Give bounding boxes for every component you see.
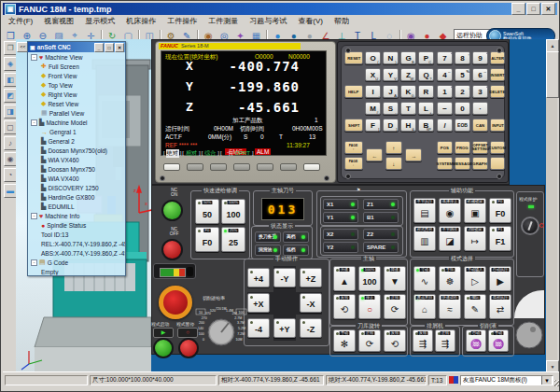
key-switch[interactable] bbox=[521, 217, 539, 235]
sidebar-item-absx400774y199860z45[interactable]: ABS:X-400.774,Y-199.860,Z -45. bbox=[28, 248, 125, 258]
machine-lock-button[interactable]: 机械锁定▣ bbox=[464, 198, 486, 223]
rapid-100-button[interactable]: 100%100 bbox=[221, 199, 245, 224]
key-blank[interactable]: / bbox=[437, 119, 453, 132]
orbit-icon[interactable]: ◔ bbox=[4, 168, 17, 182]
spindle-stop-button[interactable]: 停止○ bbox=[358, 294, 381, 319]
jog-y-button[interactable]: +Y bbox=[273, 318, 296, 338]
key-d[interactable]: D] bbox=[383, 119, 399, 132]
key-h[interactable]: H& bbox=[400, 119, 416, 132]
key-f[interactable]: F[ bbox=[365, 119, 381, 132]
key-g[interactable]: GE bbox=[400, 51, 416, 64]
menu-blank[interactable]: 习题与考试 bbox=[244, 16, 292, 26]
tree-close-button[interactable]: ✕ bbox=[115, 43, 124, 52]
handle-mode-button[interactable]: 手轮☸ bbox=[439, 266, 461, 291]
sidebar-item-spindlestatus[interactable]: ●Spindle Status bbox=[28, 220, 125, 230]
jog-4-button[interactable]: -4 bbox=[247, 318, 270, 338]
sidebar-item-relx400774y199860z45[interactable]: REL:X-400.774,Y-199.860,Z -45. bbox=[28, 239, 125, 248]
key-j[interactable]: JA bbox=[383, 85, 399, 98]
minimize-button[interactable]: _ bbox=[511, 3, 525, 15]
key-blank[interactable]: · bbox=[472, 102, 488, 115]
key-p[interactable]: PC bbox=[418, 51, 434, 64]
sidebar-item-toolid13[interactable]: Tool ID:13 bbox=[28, 230, 125, 239]
tree-expand-icon[interactable]: - bbox=[31, 119, 37, 126]
key-graph[interactable]: GRAPH bbox=[472, 157, 488, 170]
key-reset[interactable]: RESET bbox=[344, 51, 363, 64]
tree-expand-icon[interactable]: - bbox=[31, 259, 37, 266]
key-message[interactable]: MESSAGE bbox=[455, 157, 470, 170]
softkey-button-3[interactable] bbox=[210, 163, 227, 171]
tree-maximize-button[interactable]: □ bbox=[105, 43, 114, 52]
axis-led-spare[interactable]: SPARE bbox=[363, 242, 399, 253]
sidebar-item-parallelview[interactable]: ▦Parallel View bbox=[28, 108, 125, 118]
softkey-button-2[interactable] bbox=[187, 163, 203, 171]
key-input[interactable]: INPUT bbox=[490, 119, 505, 132]
magazine-ccw-button[interactable]: 反转⟲ bbox=[384, 329, 406, 352]
tree-title-bar[interactable]: ▣ anSoft CNC _□✕ bbox=[28, 42, 125, 52]
sidebar-item-general2[interactable]: ▙General 2 bbox=[28, 136, 125, 146]
rapid-50-button[interactable]: 50%50 bbox=[195, 199, 219, 224]
key-l[interactable]: L+ bbox=[418, 102, 434, 115]
iso-view-icon[interactable]: ◈ bbox=[4, 57, 17, 71]
key-system[interactable]: SYSTEM bbox=[437, 157, 453, 170]
sidebar-item-doosanmynx750old[interactable]: ▙Doosan Mynx750(old) bbox=[28, 146, 125, 155]
jog-z-button[interactable]: +Z bbox=[300, 268, 322, 287]
handwheel[interactable] bbox=[512, 279, 546, 357]
single-block-button[interactable]: 单节执行▤ bbox=[413, 198, 436, 223]
cursor-down-key[interactable]: ↓ bbox=[385, 157, 402, 170]
scroll-thumb[interactable] bbox=[546, 51, 559, 98]
sidebar-item-edumill[interactable]: ▙EDUMILL bbox=[28, 202, 125, 211]
page-down-key[interactable]: PAGE ↓ bbox=[344, 157, 363, 170]
maximize-button[interactable]: □ bbox=[526, 3, 540, 15]
sidebar-item-fullscreen[interactable]: ✚Full Screen bbox=[28, 62, 125, 71]
jog-y-button[interactable]: -Y bbox=[273, 268, 296, 287]
key-help[interactable]: HELP bbox=[344, 85, 363, 98]
softkey-button-5[interactable] bbox=[257, 163, 273, 171]
menu-blank[interactable]: 机床操作 bbox=[120, 16, 161, 26]
sidebar-item-wiavx400[interactable]: ▙WIA VX400 bbox=[28, 174, 125, 183]
camera-icon[interactable]: ◉ bbox=[4, 152, 17, 166]
nc-on-button[interactable] bbox=[161, 200, 183, 221]
key-delete[interactable]: DELETE bbox=[490, 85, 505, 98]
feed-override-dial[interactable]: 01001402002703705207201M1.4M2M2.7M3.7M5.… bbox=[195, 301, 247, 356]
scroll-up-button[interactable]: ▲ bbox=[546, 39, 559, 52]
cursor-right-key[interactable]: → bbox=[405, 148, 422, 161]
key-prog[interactable]: PROG bbox=[455, 141, 470, 154]
f1-button[interactable]: F1F1 bbox=[489, 226, 511, 251]
vertical-scrollbar[interactable]: ▲ ▼ bbox=[546, 39, 557, 371]
dnc-mode-button[interactable]: 远程执行⇄ bbox=[489, 294, 511, 319]
key-1[interactable]: 1′ bbox=[437, 85, 453, 98]
key-k[interactable]: K⊙ bbox=[400, 85, 416, 98]
panel-select-combo[interactable]: 友嘉FANUC 18M面板(I) ▼ bbox=[460, 375, 553, 385]
axis-led-y1[interactable]: Y1 bbox=[323, 212, 358, 223]
sidebar-item-gcode[interactable]: -▤G Code bbox=[28, 258, 125, 267]
cursor-left-key[interactable]: ← bbox=[366, 148, 383, 161]
key-custom[interactable]: CUSTOM bbox=[490, 141, 505, 154]
sidebar-item-discovery1250[interactable]: ▙DISCOVERY 1250 bbox=[28, 183, 125, 192]
key-alter[interactable]: ALTER bbox=[490, 51, 505, 64]
softkey-button-6[interactable] bbox=[280, 163, 297, 171]
chip-reverse-button[interactable]: 反转⇶ bbox=[413, 329, 433, 352]
sidebar-item-empty[interactable]: Empty bbox=[28, 267, 125, 275]
panel-icon[interactable]: ▬ bbox=[4, 184, 17, 198]
auto-mode-button[interactable]: 自动执行▶ bbox=[489, 266, 511, 291]
magazine-manual-button[interactable]: 手动✻ bbox=[333, 329, 356, 352]
tree-expand-icon[interactable]: - bbox=[31, 54, 37, 61]
sidebar-item-wiavx460[interactable]: ▙WIA VX460 bbox=[28, 155, 125, 164]
menu-f[interactable]: 文件(F) bbox=[3, 16, 38, 26]
emergency-stop-button[interactable] bbox=[159, 286, 192, 319]
sidebar-item-frontview[interactable]: ◆Front View bbox=[28, 71, 125, 80]
key-offsetsetting[interactable]: OFFSET SETTING bbox=[472, 141, 488, 154]
block-skip-button[interactable]: 单节跳过◪ bbox=[439, 226, 461, 251]
spindle-100-button[interactable]: 100%100 bbox=[358, 266, 381, 291]
rapid-f0-button[interactable]: F0F0 bbox=[195, 227, 219, 252]
z-axis-lock-button[interactable]: Z轴锁定↦ bbox=[464, 226, 486, 251]
sidebar-item-resetview[interactable]: ◆Reset View bbox=[28, 99, 125, 108]
axis-led-y2[interactable]: Y2 bbox=[323, 242, 358, 253]
sidebar-item-doosanmynx750[interactable]: ▙Doosan Mynx750 bbox=[28, 164, 125, 174]
key-5[interactable]: 5% bbox=[455, 68, 470, 81]
top-view-icon[interactable]: ◩ bbox=[4, 89, 17, 103]
key-b[interactable]: BSP bbox=[418, 119, 434, 132]
program-restart-button[interactable]: 程式再启▥ bbox=[413, 226, 436, 251]
key-blank[interactable] bbox=[490, 157, 505, 170]
rapid-25-button[interactable]: 25%25 bbox=[221, 227, 245, 252]
